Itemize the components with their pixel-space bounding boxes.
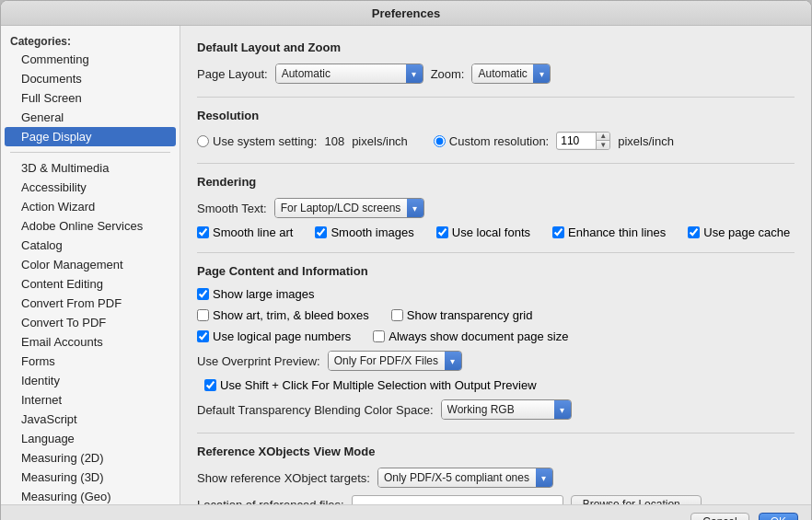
resolution-down-btn[interactable]: ▼ (597, 141, 609, 150)
sep3 (197, 252, 795, 253)
use-shift-checkbox[interactable] (204, 379, 216, 391)
sidebar-item-internet[interactable]: Internet (1, 390, 180, 410)
smooth-text-select[interactable]: For Laptop/LCD screensNoneFor MonitorFor… (275, 199, 407, 217)
location-row: Location of referenced files: Browse for… (197, 495, 795, 504)
overprint-arrow: ▾ (445, 352, 461, 370)
browse-button[interactable]: Browse for Location... (571, 495, 702, 504)
overprint-select[interactable]: Only For PDF/X FilesAlwaysNever (329, 352, 445, 370)
categories-label: Categories: (1, 31, 180, 50)
page-layout-select[interactable]: AutomaticSingle PageSingle Page Continuo… (276, 64, 406, 83)
sidebar-item-measuring-3d[interactable]: Measuring (3D) (1, 468, 180, 487)
sidebar-item-identity[interactable]: Identity (1, 371, 180, 390)
custom-resolution-radio[interactable] (434, 135, 446, 147)
custom-resolution-radio-item: Custom resolution: (434, 134, 549, 148)
logical-page-numbers-label: Use logical page numbers (213, 329, 351, 343)
use-overprint-label: Use Overprint Preview: (197, 354, 320, 368)
enhance-thin-lines-label: Enhance thin lines (568, 225, 666, 239)
xobjects-section: Reference XObjects View Mode Show refere… (197, 445, 795, 504)
show-large-images-label: Show large images (213, 287, 315, 301)
page-layout-dropdown[interactable]: AutomaticSingle PageSingle Page Continuo… (275, 64, 423, 84)
sidebar-item-forms[interactable]: Forms (1, 352, 180, 371)
use-page-cache-checkbox[interactable] (688, 226, 700, 238)
location-input[interactable] (352, 495, 563, 504)
sidebar-item-color-mgmt[interactable]: Color Management (1, 255, 180, 274)
page-content-title: Page Content and Information (197, 264, 795, 278)
resolution-stepper: ▲ ▼ (596, 132, 609, 150)
sidebar-item-page-display[interactable]: Page Display (5, 127, 176, 146)
location-label: Location of referenced files: (197, 498, 344, 505)
rendering-checkboxes: Smooth line art Smooth images Use local … (197, 225, 795, 239)
system-setting-radio-item: Use system setting: 108 pixels/inch (197, 134, 408, 148)
system-setting-radio[interactable] (197, 135, 209, 147)
zoom-dropdown[interactable]: AutomaticFit PageFit WidthFit Height50%7… (471, 64, 551, 84)
footer: Cancel OK (1, 504, 811, 520)
sidebar-item-commenting[interactable]: Commenting (1, 50, 180, 69)
custom-pixels-inch: pixels/inch (618, 134, 674, 148)
zoom-select[interactable]: AutomaticFit PageFit WidthFit Height50%7… (472, 64, 533, 83)
blend-space-dropdown[interactable]: Working RGBWorking CMYKsRGB IEC61966-2.1… (441, 399, 572, 420)
use-shift-item: Use Shift + Click For Multiple Selection… (204, 378, 537, 392)
use-local-fonts-checkbox[interactable] (436, 226, 448, 238)
main-content: Default Layout and Zoom Page Layout: Aut… (180, 26, 811, 504)
sidebar-item-email-accounts[interactable]: Email Accounts (1, 332, 180, 352)
sidebar-item-content-editing[interactable]: Content Editing (1, 274, 180, 294)
show-large-images-checkbox[interactable] (197, 288, 209, 300)
smooth-text-arrow: ▾ (407, 199, 423, 217)
use-page-cache-label: Use page cache (703, 225, 790, 239)
show-targets-select[interactable]: Only PDF/X-5 compliant onesAllNone (378, 468, 536, 487)
show-large-images-item: Show large images (197, 287, 315, 301)
sep1 (197, 97, 795, 98)
ok-button[interactable]: OK (759, 513, 798, 520)
sidebar-item-language[interactable]: Language (1, 429, 180, 448)
resolution-up-btn[interactable]: ▲ (597, 132, 609, 141)
smooth-text-dropdown[interactable]: For Laptop/LCD screensNoneFor MonitorFor… (274, 198, 424, 218)
resolution-row: Use system setting: 108 pixels/inch Cust… (197, 132, 795, 150)
sidebar-item-catalog[interactable]: Catalog (1, 236, 180, 255)
resolution-title: Resolution (197, 109, 795, 122)
window-body: Categories: CommentingDocumentsFull Scre… (1, 26, 811, 504)
sidebar-item-measuring-geo[interactable]: Measuring (Geo) (1, 487, 180, 504)
logical-page-numbers-checkbox[interactable] (197, 330, 209, 342)
zoom-arrow: ▾ (533, 64, 550, 83)
show-targets-dropdown[interactable]: Only PDF/X-5 compliant onesAllNone ▾ (377, 468, 553, 488)
sidebar-divider (10, 152, 170, 153)
blend-space-arrow: ▾ (554, 400, 571, 419)
custom-resolution-input[interactable] (557, 133, 596, 148)
cancel-button[interactable]: Cancel (690, 513, 748, 520)
layout-zoom-section: Default Layout and Zoom Page Layout: Aut… (197, 40, 795, 84)
show-targets-arrow: ▾ (536, 468, 552, 487)
sidebar-item-general[interactable]: General (1, 108, 180, 127)
blend-space-select[interactable]: Working RGBWorking CMYKsRGB IEC61966-2.1 (442, 400, 554, 419)
overprint-dropdown[interactable]: Only For PDF/X FilesAlwaysNever ▾ (328, 351, 462, 371)
page-content-section: Page Content and Information Show large … (197, 264, 795, 420)
show-targets-label: Show reference XObject targets: (197, 471, 370, 485)
sidebar-item-adobe-online[interactable]: Adobe Online Services (1, 216, 180, 236)
zoom-label: Zoom: (431, 67, 465, 81)
blend-space-label: Default Transparency Blending Color Spac… (197, 403, 434, 417)
sidebar-item-javascript[interactable]: JavaScript (1, 410, 180, 429)
always-show-doc-size-checkbox[interactable] (373, 330, 385, 342)
system-value: 108 (324, 134, 344, 148)
enhance-thin-lines-checkbox[interactable] (552, 226, 564, 238)
show-transparency-grid-label: Show transparency grid (407, 308, 533, 322)
layout-zoom-row: Page Layout: AutomaticSingle PageSingle … (197, 64, 795, 84)
sidebar: Categories: CommentingDocumentsFull Scre… (1, 26, 180, 504)
smooth-line-art-checkbox[interactable] (197, 226, 209, 238)
show-transparency-grid-checkbox[interactable] (391, 309, 403, 321)
preferences-window: Preferences Categories: CommentingDocume… (0, 0, 812, 520)
title-bar: Preferences (1, 1, 811, 26)
sidebar-item-full-screen[interactable]: Full Screen (1, 88, 180, 108)
show-art-trim-checkbox[interactable] (197, 309, 209, 321)
sidebar-item-convert-to-pdf[interactable]: Convert To PDF (1, 313, 180, 332)
system-pixels-inch: pixels/inch (352, 134, 408, 148)
sidebar-item-action-wizard[interactable]: Action Wizard (1, 197, 180, 216)
smooth-images-checkbox[interactable] (315, 226, 327, 238)
sidebar-item-convert-from-pdf[interactable]: Convert From PDF (1, 294, 180, 313)
overprint-row: Use Overprint Preview: Only For PDF/X Fi… (197, 351, 795, 392)
sidebar-item-accessibility[interactable]: Accessibility (1, 178, 180, 197)
sidebar-item-documents[interactable]: Documents (1, 69, 180, 88)
sidebar-item-measuring-2d[interactable]: Measuring (2D) (1, 448, 180, 468)
sidebar-item-3d-multimedia[interactable]: 3D & Multimedia (1, 158, 180, 178)
smooth-line-art-item: Smooth line art (197, 225, 293, 239)
always-show-doc-size-item: Always show document page size (373, 329, 568, 343)
